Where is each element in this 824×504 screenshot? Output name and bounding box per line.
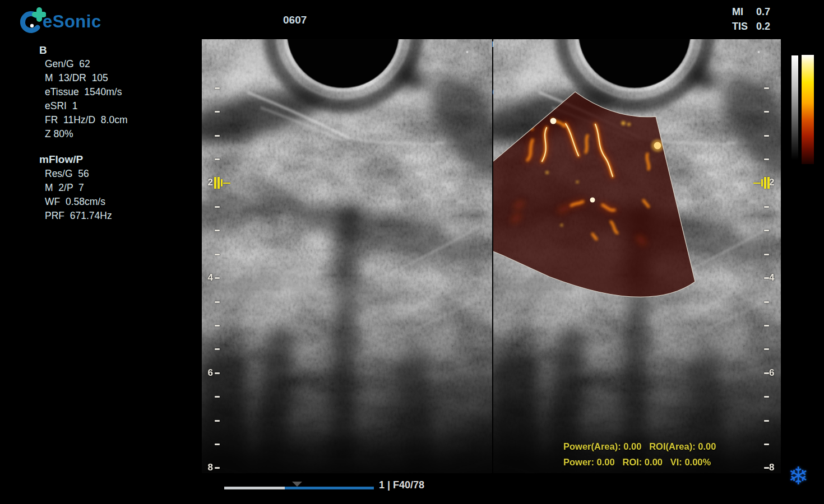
cine-bar-buffer[interactable]: [285, 487, 374, 489]
power-roi-vi-readout: Power: 0.00 ROI: 0.00 VI: 0.00%: [563, 457, 711, 468]
power-area-readout: Power(Area): 0.00 ROI(Area): 0.00: [563, 441, 716, 452]
cine-bar-played[interactable]: [224, 487, 285, 489]
depth-label-4: 4: [769, 272, 779, 283]
brand-logo: eSonic: [17, 2, 129, 36]
mflow-param-wf: WF 0.58cm/s: [45, 196, 105, 208]
b-param-gain: Gen/G 62: [45, 58, 90, 70]
depth-ruler-right: 2 4 6 8: [756, 39, 781, 473]
cine-position-handle[interactable]: [292, 482, 302, 487]
snowflake-icon[interactable]: ❄: [788, 461, 809, 490]
mflow-param-gain: Res/G 56: [45, 168, 89, 180]
ultrasound-screen: eSonic 0607 Hospital Name 06/07/2023 03:…: [0, 0, 824, 504]
tis-row: TIS 0.2: [732, 21, 770, 35]
depth-label-2: 2: [203, 177, 213, 188]
mflow-image-panel[interactable]: 2 4 6 8 Power(Area): 0.00 ROI(Area): 0.0…: [493, 39, 781, 473]
mflow-colormap-bar: [802, 55, 814, 164]
depth-label-2: 2: [769, 177, 779, 188]
esonic-logo-icon: [17, 4, 46, 34]
mflow-title: mFlow/P: [39, 153, 83, 166]
b-param-map-dr: M 13/DR 105: [45, 72, 108, 84]
depth-label-6: 6: [203, 367, 213, 379]
b-mode-image-panel[interactable]: 2 4 6 8: [202, 39, 492, 473]
grayscale-map-bar: [791, 55, 798, 160]
focus-marker-right[interactable]: [753, 177, 770, 189]
patient-id: 0607: [283, 14, 307, 26]
tis-label: TIS: [732, 21, 748, 35]
depth-ruler-left: 2 4 6 8: [202, 39, 226, 473]
b-param-etissue: eTissue 1540m/s: [45, 86, 122, 98]
tis-value: 0.2: [756, 21, 770, 35]
mi-row: MI 0.7: [732, 6, 770, 21]
b-param-zoom: Z 80%: [45, 128, 73, 140]
focus-marker-left[interactable]: [214, 177, 231, 189]
b-param-fr-depth: FR 11Hz/D 8.0cm: [45, 114, 128, 126]
b-mode-ultrasound-image: [202, 39, 492, 473]
depth-label-8: 8: [203, 462, 213, 473]
mi-label: MI: [732, 6, 743, 21]
b-mode-title: B: [39, 44, 47, 57]
acoustic-output-block: MI 0.7 TIS 0.2: [732, 6, 770, 35]
mi-value: 0.7: [756, 6, 770, 21]
b-param-esri: eSRI 1: [45, 100, 77, 112]
cine-frame-counter: 1 | F40/78: [379, 479, 424, 491]
mflow-param-map: M 2/P 7: [45, 182, 84, 194]
mflow-param-prf: PRF 671.74Hz: [45, 210, 112, 222]
depth-label-4: 4: [203, 272, 213, 283]
depth-label-8: 8: [769, 462, 779, 473]
brand-name: eSonic: [43, 12, 101, 32]
mflow-ultrasound-image: [493, 39, 781, 473]
depth-label-6: 6: [769, 367, 779, 379]
